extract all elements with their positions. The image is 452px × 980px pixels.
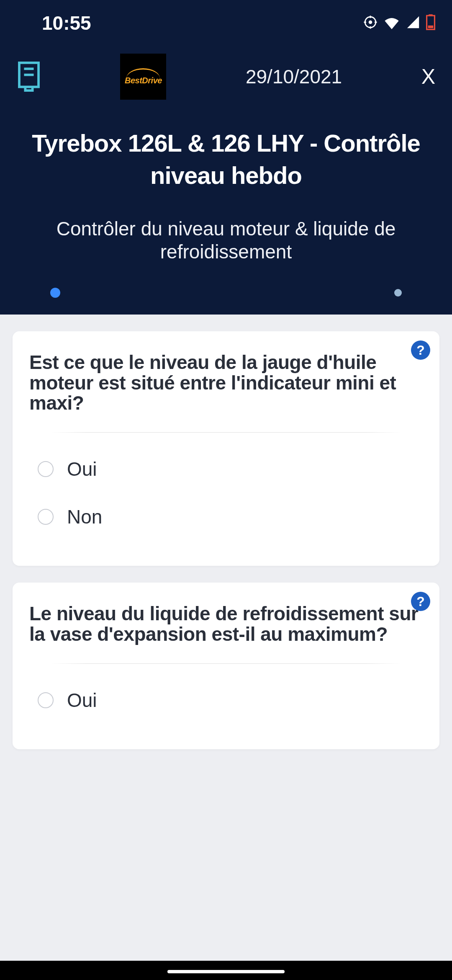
option-label: Oui: [67, 458, 97, 480]
content-area: ? Est ce que le niveau de la jauge d'hui…: [0, 315, 452, 782]
option-label: Non: [67, 505, 102, 528]
brand-logo: BestDrive: [120, 54, 166, 100]
question-card: ? Est ce que le niveau de la jauge d'hui…: [13, 331, 439, 566]
option-oui[interactable]: Oui: [29, 676, 423, 724]
status-bar: 10:55: [0, 0, 452, 46]
close-button[interactable]: X: [421, 66, 435, 87]
header-top-row: BestDrive 29/10/2021 X: [17, 54, 435, 100]
svg-point-5: [369, 21, 372, 23]
question-text: Est ce que le niveau de la jauge d'huile…: [29, 352, 423, 413]
divider: [50, 432, 402, 433]
svg-rect-8: [428, 26, 434, 28]
page-title: Tyrebox 126L & 126 LHY - Contrôle niveau…: [17, 127, 435, 191]
question-text: Le niveau du liquide de refroidissement …: [29, 603, 423, 644]
radio-unchecked-icon: [38, 461, 54, 477]
battery-low-icon: [426, 14, 435, 32]
option-label: Oui: [67, 689, 97, 712]
clipboard-icon[interactable]: [17, 62, 41, 92]
help-icon[interactable]: ?: [411, 340, 430, 360]
help-icon[interactable]: ?: [411, 592, 430, 611]
cellular-icon: [406, 15, 420, 31]
progress-dots: [17, 288, 435, 298]
divider: [50, 663, 402, 664]
page-subtitle: Contrôler du niveau moteur & liquide de …: [17, 217, 435, 263]
radio-unchecked-icon: [38, 509, 54, 525]
home-indicator[interactable]: [167, 970, 285, 973]
target-icon: [363, 15, 378, 31]
header-date: 29/10/2021: [246, 65, 342, 88]
progress-dot-active: [50, 288, 60, 298]
header: BestDrive 29/10/2021 X Tyrebox 126L & 12…: [0, 46, 452, 315]
status-icons: [363, 14, 435, 32]
wifi-icon: [383, 15, 400, 31]
radio-unchecked-icon: [38, 692, 54, 708]
option-non[interactable]: Non: [29, 493, 423, 541]
option-oui[interactable]: Oui: [29, 445, 423, 493]
status-time: 10:55: [42, 12, 91, 34]
progress-dot-inactive: [394, 289, 402, 297]
brand-logo-text: BestDrive: [125, 76, 162, 85]
question-card: ? Le niveau du liquide de refroidissemen…: [13, 583, 439, 749]
